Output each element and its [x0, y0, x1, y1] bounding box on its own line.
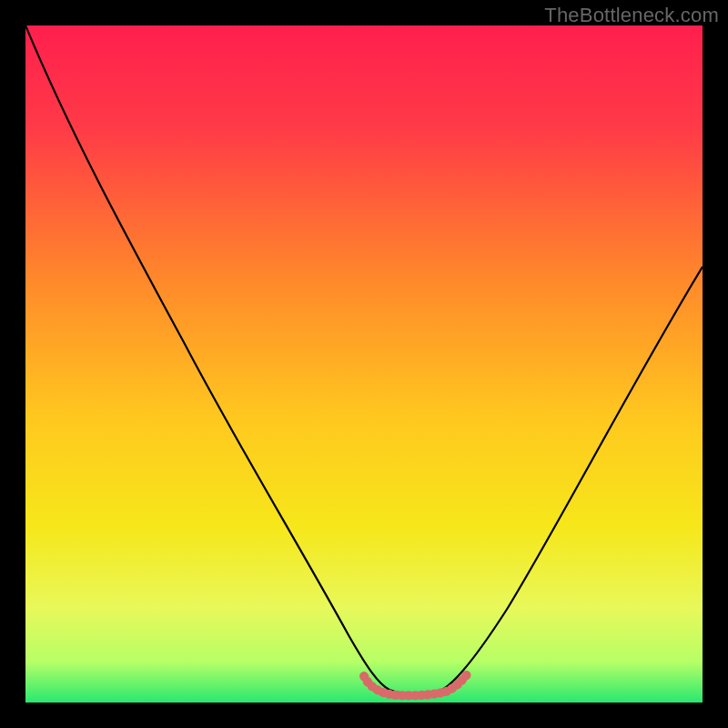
optimal-band-marker	[364, 673, 468, 695]
bottleneck-curve-left	[25, 25, 389, 690]
chart-overlay	[25, 25, 703, 703]
chart-area	[25, 25, 703, 703]
watermark-text: TheBottleneck.com	[544, 4, 719, 27]
bottleneck-curve-right	[442, 267, 703, 690]
